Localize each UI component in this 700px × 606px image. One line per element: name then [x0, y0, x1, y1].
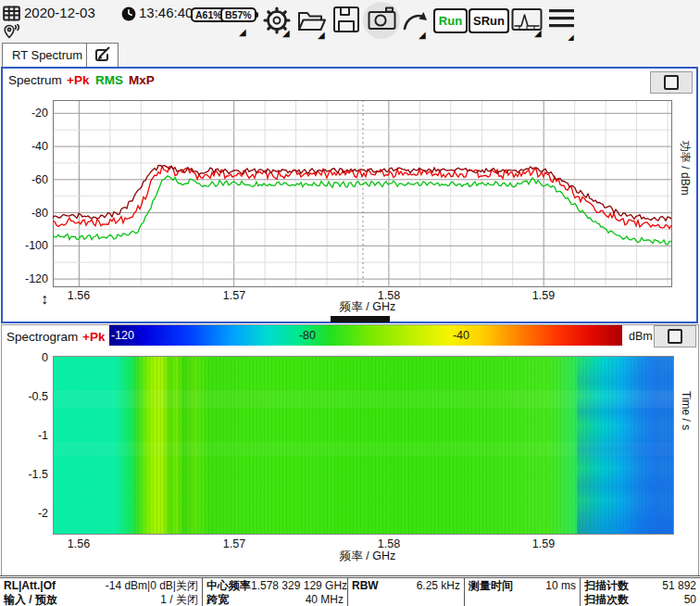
spectrogram-title: Spectrogram — [6, 330, 78, 344]
status-label: 测量时间 — [469, 579, 513, 592]
status-value: 51 892 — [662, 579, 696, 592]
spectrum-title: Spectrum — [8, 73, 62, 87]
color-scale-bar — [109, 325, 622, 346]
status-value: 1 / 关闭 — [160, 593, 198, 606]
spectrogram-ytick: -2 — [15, 507, 48, 520]
spectrum-maximize-button[interactable] — [650, 71, 693, 94]
redo-button[interactable] — [401, 6, 431, 36]
status-group-rbw[interactable]: RBW6.25 kHz — [347, 578, 464, 606]
spectrogram-xtick: 1.59 — [525, 537, 562, 550]
redo-dropdown-icon: ◢ — [419, 31, 426, 40]
tab-label: RT Spectrum — [12, 48, 82, 62]
app-window: 2020-12-03 13:46:40 A61% B57% ◢ — [0, 0, 700, 606]
spectrum-plot[interactable] — [53, 100, 672, 287]
spectrogram-xaxis-label: 频率 / GHz — [303, 549, 432, 564]
tab-rt-spectrum[interactable]: RT Spectrum — [2, 43, 93, 67]
status-value: 40 MHz — [306, 593, 344, 606]
spectrogram-yaxis-label: Time / s — [680, 391, 693, 430]
save-button[interactable] — [332, 6, 360, 37]
spectrum-xtick: 1.59 — [525, 289, 562, 302]
battery-b-indicator: B57% — [220, 7, 256, 22]
file-dropdown-icon: ◢ — [318, 31, 325, 40]
spectrum-yaxis-label: 功率 / dBm — [677, 141, 693, 196]
spectrogram-ytick: -1 — [15, 429, 48, 442]
redo-arrow-icon — [401, 6, 431, 32]
spectrogram-plot[interactable] — [53, 356, 674, 535]
spectrogram-right-banding — [577, 357, 673, 534]
status-group-sweep[interactable]: 扫描计数51 892 扫描次数50 — [580, 578, 700, 606]
tab-bar: RT Spectrum — [0, 41, 700, 67]
settings-dropdown-icon: ◢ — [282, 29, 290, 38]
spectrogram-xtick: 1.56 — [60, 537, 97, 550]
colorbar-label-mid: -80 — [289, 329, 326, 342]
status-label: 输入 / 预放 — [4, 593, 57, 606]
status-value: 6.25 kHz — [417, 579, 460, 592]
spectrogram-ytick: -1.5 — [15, 468, 48, 481]
camera-icon — [368, 6, 396, 32]
spectrum-ytick: -120 — [15, 272, 48, 285]
colorbar-label-min: -120 — [111, 329, 148, 342]
panel-resize-handle[interactable] — [331, 316, 390, 322]
status-value: 1.578 329 129 GHz — [251, 579, 347, 592]
status-label: 中心频率 — [206, 579, 251, 592]
spectrogram-maximize-button[interactable] — [654, 325, 696, 347]
spectrum-legend-rms: RMS — [95, 73, 123, 87]
run-button[interactable]: Run — [433, 8, 468, 33]
spectrum-xtick: 1.56 — [60, 289, 97, 302]
date-display: 2020-12-03 — [24, 5, 95, 20]
expand-corner-icon: ◢ — [239, 28, 246, 37]
spectrogram-trace-label: +Pk — [82, 330, 105, 344]
menu-button[interactable] — [548, 8, 576, 32]
calendar-icon — [3, 6, 20, 21]
status-label: RL|Att.|Of — [4, 579, 56, 592]
y-scale-adjust-icon[interactable]: ↕ — [41, 291, 48, 308]
status-bar: RL|Att.|Of-14 dBm|0 dB|关闭 输入 / 预放1 / 关闭 … — [0, 575, 700, 606]
status-label: RBW — [352, 579, 379, 592]
spectrum-ytick: -80 — [15, 207, 48, 220]
colorbar-label-max: -40 — [443, 329, 480, 342]
screenshot-button[interactable] — [368, 6, 396, 35]
save-icon — [332, 6, 360, 33]
spectrum-legend-pk: +Pk — [67, 73, 89, 87]
spectrum-ytick: -20 — [15, 107, 48, 120]
spectrum-legend-mxp: MxP — [129, 73, 155, 87]
tab-edit[interactable] — [86, 43, 119, 67]
spectrogram-ytick: 0 — [15, 351, 48, 364]
clock-icon — [121, 6, 136, 21]
srun-button[interactable]: SRun — [469, 8, 509, 33]
toolbar: 2020-12-03 13:46:40 A61% B57% ◢ — [0, 0, 700, 42]
time-display: 13:46:40 — [139, 5, 193, 20]
hamburger-icon — [548, 8, 576, 29]
edit-icon — [94, 46, 111, 63]
spectrum-ytick: -100 — [15, 239, 48, 252]
spectrum-ytick: -40 — [15, 140, 48, 153]
status-label: 扫描计数 — [584, 579, 629, 592]
status-value: -14 dBm|0 dB|关闭 — [106, 579, 198, 592]
maximize-icon — [668, 329, 682, 344]
gps-icon — [4, 24, 20, 40]
status-group-meas-time[interactable]: 测量时间10 ms — [464, 578, 580, 606]
spectrum-xaxis-label: 频率 / GHz — [303, 299, 432, 315]
spectrogram-ytick: -0.5 — [15, 390, 48, 403]
maximize-icon — [664, 75, 679, 90]
status-value: 50 — [684, 593, 696, 606]
spectrogram-xtick: 1.57 — [216, 537, 253, 550]
display-dropdown-icon: ◢ — [534, 29, 542, 38]
status-group-frequency[interactable]: 中心频率1.578 329 129 GHz 跨宽40 MHz — [202, 578, 347, 606]
status-label: 跨宽 — [206, 593, 229, 606]
status-value: 10 ms — [545, 579, 576, 592]
status-group-level[interactable]: RL|Att.|Of-14 dBm|0 dB|关闭 输入 / 预放1 / 关闭 — [0, 578, 202, 606]
status-label: 扫描次数 — [584, 593, 629, 606]
spectrum-xtick: 1.57 — [216, 289, 253, 302]
colorbar-unit: dBm — [629, 330, 653, 343]
spectrum-ytick: -60 — [15, 173, 48, 186]
